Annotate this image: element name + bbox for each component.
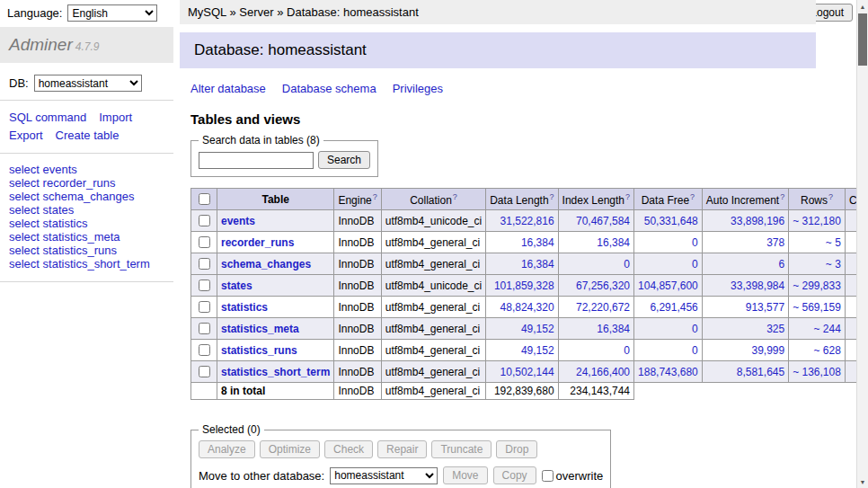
- data-free-link[interactable]: 188,743,680: [638, 366, 698, 378]
- help-link[interactable]: ?: [453, 192, 457, 201]
- data-free-link[interactable]: 0: [692, 236, 698, 249]
- table-name-link-recorder_runs[interactable]: recorder_runs: [221, 236, 294, 249]
- data-free-link[interactable]: 0: [692, 323, 698, 335]
- row-checkbox[interactable]: [199, 366, 210, 377]
- data-length-link[interactable]: 49,152: [521, 323, 554, 335]
- sidebar-link-export[interactable]: Export: [9, 129, 43, 142]
- row-checkbox[interactable]: [199, 279, 210, 291]
- select-all-checkbox[interactable]: [199, 193, 210, 205]
- vertical-scrollbar[interactable]: ▲ ▼: [856, 0, 868, 488]
- search-button[interactable]: Search: [318, 151, 370, 169]
- optimize-button[interactable]: Optimize: [260, 440, 320, 458]
- help-link[interactable]: ?: [550, 192, 554, 201]
- search-input[interactable]: [199, 152, 314, 169]
- breadcrumb-link-server[interactable]: Server: [239, 5, 273, 19]
- index-length-link[interactable]: 0: [624, 258, 630, 271]
- table-name-link-statistics[interactable]: statistics: [221, 301, 268, 314]
- sidebar-select-recorder-runs[interactable]: select recorder_runs: [9, 176, 164, 190]
- auto-increment-link[interactable]: 378: [766, 236, 784, 249]
- table-name-link-schema_changes[interactable]: schema_changes: [221, 258, 311, 271]
- analyze-button[interactable]: Analyze: [199, 440, 255, 458]
- help-link[interactable]: ?: [373, 192, 377, 201]
- auto-increment-link[interactable]: 6: [778, 258, 784, 271]
- auto-increment-link[interactable]: 33,398,984: [731, 279, 784, 292]
- data-free-link[interactable]: 6,291,456: [650, 301, 697, 314]
- table-name-link-statistics_short_term[interactable]: statistics_short_term: [221, 366, 330, 378]
- table-name-link-statistics_runs[interactable]: statistics_runs: [221, 344, 297, 357]
- rows-link[interactable]: ~ 136,108: [793, 366, 841, 378]
- index-length-link[interactable]: 70,467,584: [576, 215, 630, 227]
- sidebar-select-schema-changes[interactable]: select schema_changes: [9, 190, 164, 203]
- privileges-link[interactable]: Privileges: [393, 82, 443, 95]
- row-checkbox[interactable]: [199, 215, 210, 226]
- rows-link[interactable]: ~ 299,833: [793, 279, 841, 292]
- check-button[interactable]: Check: [324, 440, 373, 458]
- rows-link[interactable]: ~ 5: [826, 236, 841, 249]
- data-length-link[interactable]: 31,522,816: [500, 215, 554, 227]
- move-db-select[interactable]: homeassistant: [330, 467, 438, 484]
- sidebar-link-create-table[interactable]: Create table: [56, 129, 120, 142]
- data-length-link[interactable]: 49,152: [521, 344, 554, 357]
- sidebar-select-statistics-short-term[interactable]: select statistics_short_term: [9, 257, 164, 271]
- move-button[interactable]: Move: [443, 466, 487, 484]
- data-free-link[interactable]: 0: [692, 258, 698, 271]
- auto-increment-link[interactable]: 33,898,196: [731, 215, 784, 227]
- auto-increment-link[interactable]: 325: [766, 323, 784, 335]
- data-length-link[interactable]: 10,502,144: [500, 366, 554, 378]
- data-free-link[interactable]: 0: [692, 344, 698, 357]
- row-checkbox[interactable]: [199, 301, 210, 313]
- breadcrumb-link-mysql[interactable]: MySQL: [188, 5, 226, 19]
- table-name-link-states[interactable]: states: [221, 279, 252, 292]
- scroll-down-arrow-icon[interactable]: ▼: [857, 475, 868, 488]
- index-length-link[interactable]: 72,220,672: [576, 301, 630, 314]
- auto-increment-link[interactable]: 913,577: [746, 301, 784, 314]
- language-select[interactable]: English: [67, 4, 157, 22]
- row-checkbox[interactable]: [199, 258, 210, 270]
- data-free-link[interactable]: 104,857,600: [638, 279, 698, 292]
- row-checkbox[interactable]: [199, 323, 210, 334]
- rows-link[interactable]: ~ 569,159: [793, 301, 841, 314]
- overwrite-checkbox[interactable]: [542, 470, 554, 482]
- rows-link[interactable]: ~ 628: [814, 344, 841, 357]
- table-name-link-events[interactable]: events: [221, 215, 255, 227]
- alter-database-link[interactable]: Alter database: [190, 82, 266, 95]
- auto-increment-link[interactable]: 8,581,645: [737, 366, 784, 378]
- data-length-link[interactable]: 101,859,328: [494, 279, 554, 292]
- sidebar-select-states[interactable]: select states: [9, 203, 164, 217]
- sidebar-select-events[interactable]: select events: [9, 163, 164, 176]
- repair-button[interactable]: Repair: [377, 440, 427, 458]
- help-link[interactable]: ?: [625, 192, 630, 201]
- index-length-link[interactable]: 16,384: [597, 236, 630, 249]
- sidebar-select-statistics-meta[interactable]: select statistics_meta: [9, 230, 164, 244]
- row-checkbox[interactable]: [199, 236, 210, 248]
- help-link[interactable]: ?: [690, 192, 695, 201]
- rows-link[interactable]: ~ 3: [826, 258, 841, 271]
- rows-link[interactable]: ~ 312,180: [793, 215, 841, 227]
- index-length-link[interactable]: 24,166,400: [576, 366, 630, 378]
- help-link[interactable]: ?: [780, 192, 784, 201]
- truncate-button[interactable]: Truncate: [431, 440, 492, 458]
- auto-increment-link[interactable]: 39,999: [751, 344, 784, 357]
- row-checkbox[interactable]: [199, 344, 210, 356]
- db-select[interactable]: homeassistant: [34, 75, 142, 92]
- sidebar-select-statistics[interactable]: select statistics: [9, 217, 164, 230]
- index-length-link[interactable]: 16,384: [597, 323, 630, 335]
- index-length-link[interactable]: 67,256,320: [576, 279, 630, 292]
- sidebar-link-import[interactable]: Import: [99, 111, 132, 124]
- data-length-link[interactable]: 16,384: [521, 236, 554, 249]
- scroll-up-arrow-icon[interactable]: ▲: [857, 0, 868, 13]
- database-schema-link[interactable]: Database schema: [282, 82, 376, 95]
- table-name-link-statistics_meta[interactable]: statistics_meta: [221, 323, 299, 335]
- index-length-link[interactable]: 0: [624, 344, 630, 357]
- sidebar-select-statistics-runs[interactable]: select statistics_runs: [9, 244, 164, 257]
- index-length-cell: 72,220,672: [558, 297, 633, 318]
- drop-button[interactable]: Drop: [496, 440, 537, 458]
- rows-link[interactable]: ~ 244: [814, 323, 841, 335]
- sidebar-link-sql-command[interactable]: SQL command: [9, 111, 86, 124]
- copy-button[interactable]: Copy: [493, 466, 536, 484]
- scrollbar-thumb[interactable]: [858, 13, 867, 66]
- data-free-link[interactable]: 50,331,648: [644, 215, 698, 227]
- data-length-link[interactable]: 16,384: [521, 258, 554, 271]
- help-link[interactable]: ?: [828, 192, 833, 201]
- data-length-link[interactable]: 48,824,320: [500, 301, 554, 314]
